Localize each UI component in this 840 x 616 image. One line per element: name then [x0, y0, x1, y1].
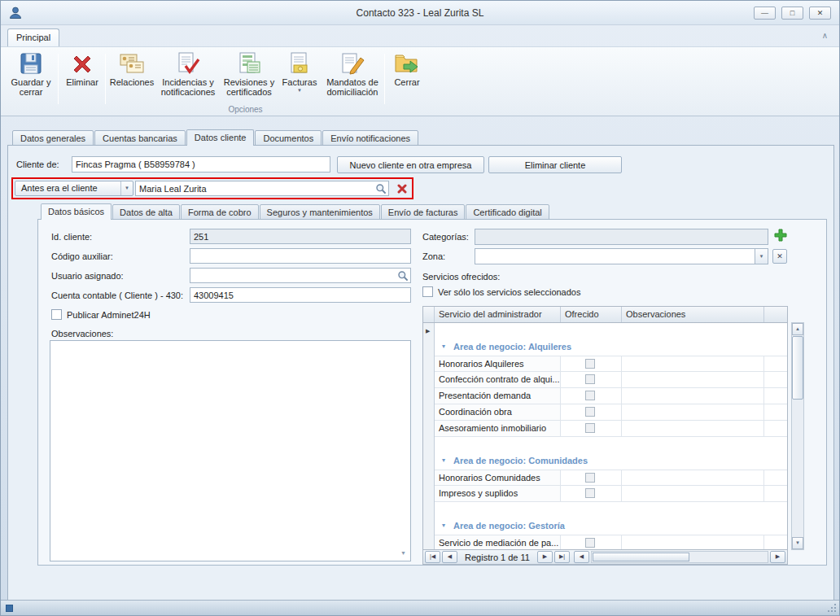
nuevo-cliente-button[interactable]: Nuevo cliente en otra empresa — [337, 156, 484, 173]
chevron-down-icon[interactable]: ▾ — [442, 343, 445, 350]
header-servicio[interactable]: Servicio del administrador — [435, 307, 561, 322]
observaciones-cell[interactable] — [622, 486, 764, 501]
observaciones-cell[interactable] — [622, 356, 764, 371]
scroll-right-icon[interactable]: ▶ — [770, 551, 785, 563]
codigo-auxiliar-input[interactable] — [190, 248, 411, 264]
tab-documentos[interactable]: Documentos — [255, 130, 322, 146]
observaciones-cell[interactable] — [622, 388, 764, 404]
service-row[interactable]: Presentación demanda — [435, 388, 787, 404]
tab-datos-generales[interactable]: Datos generales — [12, 130, 94, 146]
maximize-button[interactable]: □ — [781, 7, 803, 20]
ofrecido-checkbox[interactable] — [585, 473, 595, 483]
ofrecido-checkbox[interactable] — [585, 538, 595, 548]
observaciones-cell[interactable] — [622, 404, 764, 420]
observaciones-cell[interactable] — [622, 372, 764, 387]
mandates-button[interactable]: Mandatos de domiciliación — [322, 50, 383, 104]
incidents-button[interactable]: Incidencias y notificaciones — [157, 50, 219, 104]
zona-combo[interactable]: ▼ — [475, 248, 768, 264]
observaciones-cell[interactable] — [622, 535, 764, 549]
tab-envio-notificaciones[interactable]: Envío notificaciones — [322, 130, 418, 146]
categorias-input[interactable] — [475, 229, 768, 245]
group-row-alquileres[interactable]: ▾ Area de negocio: Alquileres — [435, 339, 787, 356]
separator — [58, 54, 59, 104]
ofrecido-cell — [561, 421, 622, 436]
service-row[interactable]: Honorarios Comunidades — [435, 470, 787, 486]
scrollbar-thumb[interactable] — [593, 553, 689, 561]
service-row[interactable]: Coordinación obra — [435, 404, 787, 421]
service-name: Impresos y suplidos — [435, 486, 561, 501]
search-icon[interactable] — [397, 270, 409, 282]
cuenta-contable-input[interactable] — [190, 287, 411, 303]
scroll-up-icon[interactable]: ▲ — [792, 323, 803, 335]
cuenta-contable-label: Cuenta contable ( Cliente ) - 430: — [51, 287, 183, 304]
observaciones-cell[interactable] — [622, 421, 764, 436]
clear-zona-button[interactable]: ✕ — [772, 249, 787, 264]
search-icon[interactable] — [375, 183, 387, 194]
close-button[interactable]: Cerrar — [387, 50, 427, 104]
tab-forma-de-cobro[interactable]: Forma de cobro — [181, 204, 259, 220]
eliminar-cliente-button[interactable]: Eliminar cliente — [488, 156, 622, 173]
tab-cuentas-bancarias[interactable]: Cuentas bancarias — [94, 130, 186, 146]
ofrecido-checkbox[interactable] — [585, 359, 595, 369]
nav-prev-button[interactable]: ◀ — [442, 551, 457, 563]
ofrecido-checkbox[interactable] — [585, 374, 595, 384]
sub-tab-strip: Datos básicos Datos de alta Forma de cob… — [41, 203, 550, 220]
tab-certificado-digital[interactable]: Certificado digital — [466, 204, 549, 220]
mandates-icon — [339, 50, 365, 76]
ribbon-tab-principal[interactable]: Principal — [7, 28, 59, 46]
cliente-de-input[interactable] — [72, 156, 330, 173]
observaciones-cell[interactable] — [622, 470, 764, 485]
tab-datos-de-alta[interactable]: Datos de alta — [112, 204, 180, 220]
service-row[interactable]: Asesoramiento inmobiliario — [435, 421, 787, 437]
service-row[interactable]: Confección contrato de alqui... — [435, 372, 787, 388]
service-row[interactable]: Servicio de mediación de pa... — [435, 535, 787, 549]
ofrecido-checkbox[interactable] — [585, 423, 595, 433]
ver-solo-checkbox[interactable] — [422, 286, 433, 297]
publicar-adminet-checkbox[interactable] — [51, 309, 62, 320]
id-cliente-label: Id. cliente: — [51, 229, 92, 245]
spacer-row — [435, 502, 787, 518]
scrollbar-thumb[interactable] — [792, 336, 803, 400]
group-row-gestoria[interactable]: ▾ Area de negocio: Gestoría — [435, 518, 787, 535]
minimize-button[interactable]: — — [754, 7, 776, 20]
observaciones-textarea[interactable] — [50, 340, 411, 561]
service-row[interactable]: Impresos y suplidos — [435, 486, 787, 502]
chevron-down-icon[interactable]: ▾ — [442, 522, 445, 529]
scroll-down-icon[interactable]: ▼ — [792, 537, 803, 549]
relations-button[interactable]: Relaciones — [108, 50, 155, 104]
save-close-button[interactable]: Guardar y cerrar — [7, 50, 55, 104]
resize-grip[interactable] — [827, 603, 838, 614]
header-observaciones[interactable]: Observaciones — [622, 307, 764, 322]
ofrecido-checkbox[interactable] — [585, 407, 595, 417]
ofrecido-checkbox[interactable] — [585, 391, 595, 400]
tab-datos-basicos[interactable]: Datos básicos — [41, 203, 112, 220]
nav-next-button[interactable]: ▶ — [537, 551, 553, 563]
revisions-button[interactable]: Revisiones y certificados — [221, 50, 278, 104]
ofrecido-checkbox[interactable] — [585, 488, 595, 498]
previous-client-input[interactable] — [135, 181, 389, 196]
zona-input[interactable] — [475, 249, 755, 264]
delete-button[interactable]: Eliminar — [61, 50, 103, 104]
tab-seguros[interactable]: Seguros y mantenimientos — [260, 204, 380, 220]
tab-datos-cliente[interactable]: Datos cliente — [186, 129, 255, 146]
clear-client-icon[interactable] — [396, 182, 409, 195]
spacer-row — [435, 323, 787, 339]
scroll-left-icon[interactable]: ◀ — [574, 551, 589, 563]
header-ofrecido[interactable]: Ofrecido — [561, 307, 622, 322]
table-vertical-scrollbar[interactable]: ▲ ▼ — [791, 322, 804, 550]
add-category-icon[interactable] — [772, 227, 789, 243]
invoices-button[interactable]: Facturas ▼ — [279, 50, 320, 104]
usuario-asignado-input[interactable] — [190, 268, 411, 283]
chevron-down-icon[interactable]: ▾ — [442, 457, 445, 464]
nav-last-button[interactable]: ▶| — [554, 551, 570, 563]
tab-envio-facturas[interactable]: Envío de facturas — [381, 204, 466, 220]
antes-era-cliente-dropdown[interactable]: Antes era el cliente ▼ — [15, 181, 133, 196]
table-horizontal-scrollbar[interactable] — [591, 551, 768, 563]
nav-first-button[interactable]: |◀ — [425, 551, 440, 563]
dropdown-arrow-icon[interactable]: ▼ — [755, 249, 768, 264]
group-row-comunidades[interactable]: ▾ Area de negocio: Comunidades — [435, 453, 787, 470]
close-window-button[interactable]: ✕ — [809, 7, 831, 20]
service-row[interactable]: Honorarios Alquileres — [435, 356, 787, 372]
collapse-ribbon-icon[interactable]: ∧ — [822, 31, 828, 40]
separator — [105, 54, 106, 104]
